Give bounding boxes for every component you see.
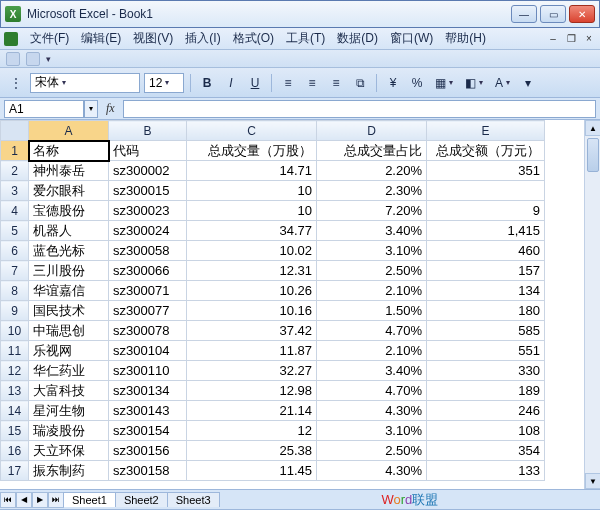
cell[interactable]: 天立环保 — [29, 441, 109, 461]
cell[interactable]: 4.30% — [317, 461, 427, 481]
cell[interactable]: sz300110 — [109, 361, 187, 381]
cell[interactable]: sz300134 — [109, 381, 187, 401]
cell[interactable]: 华仁药业 — [29, 361, 109, 381]
cell[interactable]: 大富科技 — [29, 381, 109, 401]
cell[interactable]: 乐视网 — [29, 341, 109, 361]
underline-button[interactable]: U — [245, 73, 265, 93]
cell[interactable]: 11.45 — [187, 461, 317, 481]
cell[interactable]: 354 — [427, 441, 545, 461]
cell[interactable]: 三川股份 — [29, 261, 109, 281]
cell[interactable]: 2.30% — [317, 181, 427, 201]
cell[interactable]: 134 — [427, 281, 545, 301]
qat-overflow-icon[interactable]: ▾ — [46, 54, 56, 64]
cell[interactable]: sz300023 — [109, 201, 187, 221]
cell[interactable]: 机器人 — [29, 221, 109, 241]
align-left-button[interactable]: ≡ — [278, 73, 298, 93]
cell[interactable]: 华谊嘉信 — [29, 281, 109, 301]
mdi-restore-icon[interactable]: ❐ — [564, 32, 578, 46]
italic-button[interactable]: I — [221, 73, 241, 93]
row-header[interactable]: 5 — [1, 221, 29, 241]
cell[interactable]: 3.10% — [317, 421, 427, 441]
col-header[interactable]: E — [427, 121, 545, 141]
cell[interactable]: 2.50% — [317, 441, 427, 461]
cell[interactable]: 宝德股份 — [29, 201, 109, 221]
row-header[interactable]: 8 — [1, 281, 29, 301]
cell[interactable]: 133 — [427, 461, 545, 481]
cell[interactable]: 瑞凌股份 — [29, 421, 109, 441]
cell[interactable]: 460 — [427, 241, 545, 261]
menu-tools[interactable]: 工具(T) — [280, 28, 331, 49]
cell[interactable]: 34.77 — [187, 221, 317, 241]
cell[interactable]: 246 — [427, 401, 545, 421]
cell[interactable]: 351 — [427, 161, 545, 181]
cell[interactable]: 551 — [427, 341, 545, 361]
prev-sheet-button[interactable]: ◀ — [16, 492, 32, 508]
row-header[interactable]: 11 — [1, 341, 29, 361]
cell[interactable]: sz300024 — [109, 221, 187, 241]
cell[interactable]: 25.38 — [187, 441, 317, 461]
spreadsheet-grid[interactable]: A B C D E 1 名称 代码 总成交量（万股） 总成交量占比 总成交额（万… — [0, 120, 545, 481]
row-header[interactable]: 1 — [1, 141, 29, 161]
font-size-select[interactable]: 12▾ — [144, 73, 184, 93]
cell[interactable]: 总成交量占比 — [317, 141, 427, 161]
menu-insert[interactable]: 插入(I) — [179, 28, 226, 49]
merge-cells-button[interactable]: ⧉ — [350, 73, 370, 93]
cell[interactable]: sz300158 — [109, 461, 187, 481]
cell[interactable]: 21.14 — [187, 401, 317, 421]
maximize-button[interactable]: ▭ — [540, 5, 566, 23]
row-header[interactable]: 17 — [1, 461, 29, 481]
row-header[interactable]: 15 — [1, 421, 29, 441]
cell[interactable]: 12.31 — [187, 261, 317, 281]
row-header[interactable]: 6 — [1, 241, 29, 261]
cell[interactable]: 7.20% — [317, 201, 427, 221]
name-box[interactable]: A1 — [4, 100, 84, 118]
menu-edit[interactable]: 编辑(E) — [75, 28, 127, 49]
cell[interactable]: 180 — [427, 301, 545, 321]
row-header[interactable]: 9 — [1, 301, 29, 321]
menu-format[interactable]: 格式(O) — [227, 28, 280, 49]
last-sheet-button[interactable]: ⏭ — [48, 492, 64, 508]
cell[interactable]: 名称 — [29, 141, 109, 161]
cell[interactable]: 2.10% — [317, 281, 427, 301]
cell[interactable]: 代码 — [109, 141, 187, 161]
row-header[interactable]: 12 — [1, 361, 29, 381]
row-header[interactable]: 2 — [1, 161, 29, 181]
row-header[interactable]: 10 — [1, 321, 29, 341]
cell[interactable]: sz300071 — [109, 281, 187, 301]
scroll-up-icon[interactable]: ▲ — [585, 120, 600, 136]
cell[interactable]: 总成交额（万元） — [427, 141, 545, 161]
cell[interactable]: 爱尔眼科 — [29, 181, 109, 201]
cell[interactable]: 14.71 — [187, 161, 317, 181]
row-header[interactable]: 16 — [1, 441, 29, 461]
menu-window[interactable]: 窗口(W) — [384, 28, 439, 49]
menu-help[interactable]: 帮助(H) — [439, 28, 492, 49]
cell[interactable]: 189 — [427, 381, 545, 401]
cell[interactable]: sz300058 — [109, 241, 187, 261]
cell[interactable]: 2.50% — [317, 261, 427, 281]
cell[interactable]: sz300156 — [109, 441, 187, 461]
sheet-tab-3[interactable]: Sheet3 — [167, 492, 220, 507]
cell[interactable]: sz300154 — [109, 421, 187, 441]
cell[interactable]: 3.40% — [317, 361, 427, 381]
cell[interactable]: sz300143 — [109, 401, 187, 421]
cell[interactable]: sz300066 — [109, 261, 187, 281]
cell[interactable]: 10.26 — [187, 281, 317, 301]
cell[interactable]: 2.10% — [317, 341, 427, 361]
sheet-tab-2[interactable]: Sheet2 — [115, 492, 168, 507]
cell[interactable]: 37.42 — [187, 321, 317, 341]
cell[interactable]: 1,415 — [427, 221, 545, 241]
row-header[interactable]: 14 — [1, 401, 29, 421]
row-header[interactable]: 3 — [1, 181, 29, 201]
scroll-thumb[interactable] — [587, 138, 599, 172]
cell[interactable]: 4.30% — [317, 401, 427, 421]
cell[interactable]: 10.02 — [187, 241, 317, 261]
fill-color-button[interactable]: ◧▾ — [461, 73, 487, 93]
currency-button[interactable]: ¥ — [383, 73, 403, 93]
cell[interactable]: 振东制药 — [29, 461, 109, 481]
align-center-button[interactable]: ≡ — [302, 73, 322, 93]
name-box-dropdown[interactable]: ▾ — [84, 100, 98, 118]
row-header[interactable]: 7 — [1, 261, 29, 281]
row-header[interactable]: 4 — [1, 201, 29, 221]
percent-button[interactable]: % — [407, 73, 427, 93]
borders-button[interactable]: ▦▾ — [431, 73, 457, 93]
